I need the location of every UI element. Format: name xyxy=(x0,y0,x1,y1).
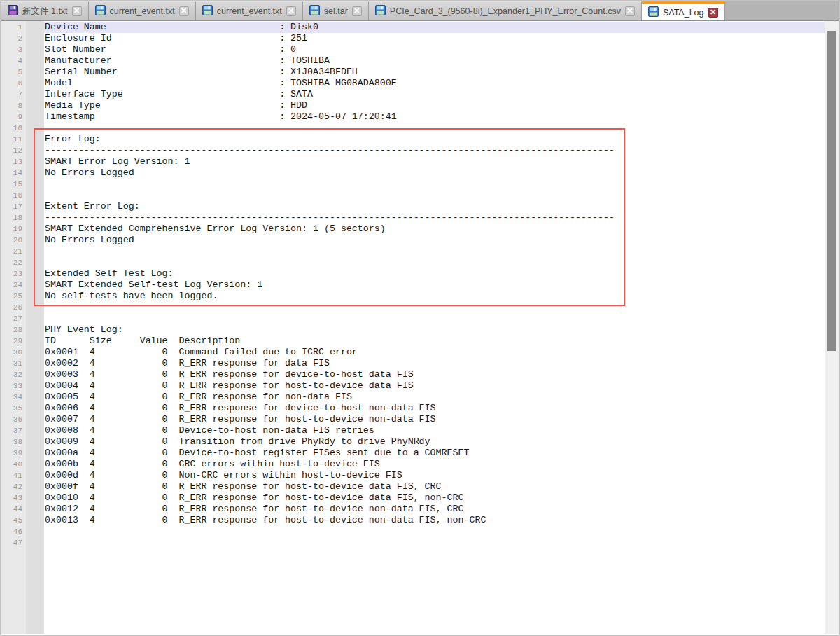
line-number: 13 xyxy=(1,156,26,167)
line-text[interactable]: Timestamp : 2024-05-07 17:20:41 xyxy=(44,111,825,123)
line-text[interactable]: No self-tests have been logged. xyxy=(44,291,825,302)
margin-cell xyxy=(26,212,44,223)
line-text[interactable] xyxy=(44,179,825,190)
line-text[interactable]: Model : TOSHIBA MG08ADA800E xyxy=(44,78,825,89)
line-text[interactable]: PHY Event Log: xyxy=(44,324,825,336)
margin-cell xyxy=(26,134,44,145)
line-text[interactable]: Slot Number : 0 xyxy=(44,44,825,55)
margin-cell xyxy=(26,235,44,246)
vertical-scrollbar[interactable] xyxy=(825,21,839,634)
line-text[interactable] xyxy=(44,313,825,324)
close-icon[interactable]: ✕ xyxy=(352,6,362,16)
line-text[interactable]: Interface Type : SATA xyxy=(44,89,825,100)
line-text[interactable]: SMART Extended Self-test Log Version: 1 xyxy=(44,279,825,291)
tab-current_event.txt[interactable]: current_event.txt✕ xyxy=(196,1,303,20)
line-text[interactable]: 0x0009 4 0 Transition from drive PhyRdy … xyxy=(44,436,825,448)
editor-line: 4Manufacturer : TOSHIBA xyxy=(1,55,825,67)
line-number: 45 xyxy=(1,515,26,526)
tab-current_event.txt[interactable]: current_event.txt✕ xyxy=(89,1,196,20)
line-text[interactable]: No Errors Logged xyxy=(44,167,825,179)
editor-line: 46 xyxy=(1,526,825,537)
margin-cell xyxy=(26,111,44,123)
margin-cell xyxy=(26,504,44,515)
line-text[interactable]: Extent Error Log: xyxy=(44,201,825,212)
close-icon[interactable]: ✕ xyxy=(708,8,718,18)
line-text[interactable] xyxy=(44,257,825,268)
tab-label: sel.tar xyxy=(324,6,348,16)
editor-line: 9Timestamp : 2024-05-07 17:20:41 xyxy=(1,111,825,123)
line-text[interactable] xyxy=(44,537,825,548)
line-text[interactable]: SMART Extended Comprehensive Error Log V… xyxy=(44,223,825,235)
line-text[interactable]: ID Size Value Description xyxy=(44,336,825,347)
line-number: 16 xyxy=(1,190,26,201)
line-text[interactable]: Serial Number : X1J0A34BFDEH xyxy=(44,67,825,78)
line-number: 31 xyxy=(1,358,26,369)
line-text[interactable]: 0x0006 4 0 R_ERR response for device-to-… xyxy=(44,403,825,414)
text-editor-area[interactable]: 1Device Name : Disk02Enclosure Id : 2513… xyxy=(1,21,825,634)
line-number: 3 xyxy=(1,44,26,55)
line-text[interactable]: Media Type : HDD xyxy=(44,100,825,111)
floppy-purple-icon xyxy=(8,5,18,18)
line-text[interactable]: ----------------------------------------… xyxy=(44,145,825,156)
floppy-blue-icon xyxy=(648,6,659,19)
margin-cell xyxy=(26,448,44,459)
tab-label: SATA_Log xyxy=(663,8,704,18)
line-text[interactable]: 0x0004 4 0 R_ERR response for host-to-de… xyxy=(44,380,825,392)
editor-line: 430x0010 4 0 R_ERR response for host-to-… xyxy=(1,492,825,504)
line-text[interactable]: 0x0013 4 0 R_ERR response for host-to-de… xyxy=(44,515,825,526)
line-number: 24 xyxy=(1,279,26,291)
line-text[interactable]: Extended Self Test Log: xyxy=(44,268,825,279)
line-text[interactable]: Enclosure Id : 251 xyxy=(44,33,825,44)
line-text[interactable]: 0x000d 4 0 Non-CRC errors within host-to… xyxy=(44,470,825,481)
editor-line: 47 xyxy=(1,537,825,548)
line-number: 41 xyxy=(1,470,26,481)
close-icon[interactable]: ✕ xyxy=(72,6,82,16)
tab-PCIe_Card_3__9560-8i__Expander1_PHY_Error_Count.csv[interactable]: PCIe_Card_3_(9560-8i)_Expander1_PHY_Erro… xyxy=(369,1,642,20)
line-text[interactable]: 0x0012 4 0 R_ERR response for host-to-de… xyxy=(44,504,825,515)
line-number: 35 xyxy=(1,403,26,414)
margin-cell xyxy=(26,392,44,403)
editor-line: 340x0005 4 0 R_ERR response for non-data… xyxy=(1,392,825,403)
editor-line: 25No self-tests have been logged. xyxy=(1,291,825,302)
margin-cell xyxy=(26,436,44,448)
line-number: 23 xyxy=(1,268,26,279)
line-text[interactable]: 0x0008 4 0 Device-to-host non-data FIS r… xyxy=(44,425,825,436)
line-text[interactable]: 0x0010 4 0 R_ERR response for host-to-de… xyxy=(44,492,825,504)
tab-label: 新文件 1.txt xyxy=(22,6,68,18)
tab-sel.tar[interactable]: sel.tar✕ xyxy=(303,1,369,20)
line-text[interactable]: 0x000f 4 0 R_ERR response for host-to-de… xyxy=(44,481,825,492)
line-text[interactable]: 0x0003 4 0 R_ERR response for device-to-… xyxy=(44,369,825,380)
editor-line: 320x0003 4 0 R_ERR response for device-t… xyxy=(1,369,825,380)
line-number: 46 xyxy=(1,526,26,537)
line-text[interactable]: ----------------------------------------… xyxy=(44,212,825,223)
line-text[interactable]: Device Name : Disk0 xyxy=(44,22,825,33)
line-number: 2 xyxy=(1,33,26,44)
line-text[interactable]: 0x000b 4 0 CRC errors within host-to-dev… xyxy=(44,459,825,470)
line-text[interactable] xyxy=(44,246,825,257)
line-text[interactable]: Manufacturer : TOSHIBA xyxy=(44,55,825,67)
scrollbar-thumb[interactable] xyxy=(827,31,836,351)
line-text[interactable]: 0x000a 4 0 Device-to-host register FISes… xyxy=(44,448,825,459)
line-text[interactable]: 0x0005 4 0 R_ERR response for non-data F… xyxy=(44,392,825,403)
line-text[interactable]: 0x0001 4 0 Command failed due to ICRC er… xyxy=(44,347,825,358)
line-number: 7 xyxy=(1,89,26,100)
line-text[interactable]: 0x0007 4 0 R_ERR response for host-to-de… xyxy=(44,414,825,425)
line-number: 42 xyxy=(1,481,26,492)
tab-SATA_Log[interactable]: SATA_Log✕ xyxy=(642,1,725,21)
tab-label: current_event.txt xyxy=(110,6,175,16)
line-number: 39 xyxy=(1,448,26,459)
line-text[interactable]: Error Log: xyxy=(44,134,825,145)
line-text[interactable] xyxy=(44,190,825,201)
close-icon[interactable]: ✕ xyxy=(286,6,296,16)
line-text[interactable]: 0x0002 4 0 R_ERR response for data FIS xyxy=(44,358,825,369)
line-text[interactable]: No Errors Logged xyxy=(44,235,825,246)
line-text[interactable]: SMART Error Log Version: 1 xyxy=(44,156,825,167)
line-text[interactable] xyxy=(44,123,825,134)
close-icon[interactable]: ✕ xyxy=(625,6,635,16)
margin-cell xyxy=(26,291,44,302)
editor-line: 5Serial Number : X1J0A34BFDEH xyxy=(1,67,825,78)
close-icon[interactable]: ✕ xyxy=(179,6,189,16)
line-text[interactable] xyxy=(44,526,825,537)
line-text[interactable] xyxy=(44,302,825,313)
tab-_1.txt[interactable]: 新文件 1.txt✕ xyxy=(1,1,89,20)
